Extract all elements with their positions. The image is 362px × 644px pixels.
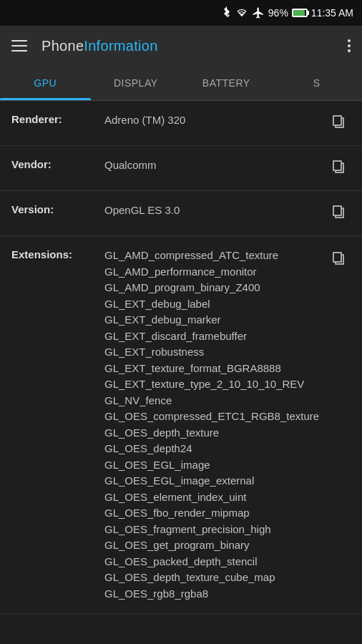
vendor-label: Vendor: xyxy=(11,157,104,170)
renderer-row: Renderer: Adreno (TM) 320 xyxy=(0,101,362,146)
renderer-value: Adreno (TM) 320 xyxy=(104,112,328,129)
version-copy-button[interactable] xyxy=(328,201,351,224)
extensions-row: Extensions: GL_AMD_compressed_ATC_textur… xyxy=(0,236,362,614)
version-label: Version: xyxy=(11,203,104,215)
hamburger-menu-icon[interactable] xyxy=(9,37,30,54)
tab-gpu[interactable]: Gpu xyxy=(0,66,91,100)
app-title-info: Information xyxy=(84,38,157,54)
version-row: Version: OpenGL ES 3.0 xyxy=(0,191,362,236)
renderer-copy-button[interactable] xyxy=(328,111,351,134)
tab-display[interactable]: Display xyxy=(91,66,182,100)
extensions-label: Extensions: xyxy=(11,248,104,260)
vendor-row: Vendor: Qualcomm xyxy=(0,146,362,191)
app-bar: PhoneInformation xyxy=(0,26,362,66)
tab-extra[interactable]: S xyxy=(272,66,363,100)
battery-icon xyxy=(292,9,308,17)
battery-percent: 96% xyxy=(268,7,288,19)
gpu-content: Renderer: Adreno (TM) 320 Vendor: Qualco… xyxy=(0,101,362,644)
app-title: PhoneInformation xyxy=(41,38,333,54)
time-display: 11:35 AM xyxy=(311,7,353,19)
status-bar: 96% 11:35 AM xyxy=(0,0,362,26)
vendor-value: Qualcomm xyxy=(104,157,328,174)
extensions-value: GL_AMD_compressed_ATC_textureGL_AMD_perf… xyxy=(104,248,328,602)
vendor-copy-button[interactable] xyxy=(328,156,351,179)
bluetooth-icon xyxy=(222,6,232,19)
extensions-copy-button[interactable] xyxy=(328,248,351,270)
tabs-bar: Gpu Display Battery S xyxy=(0,66,362,101)
tab-battery[interactable]: Battery xyxy=(181,66,272,100)
more-options-icon[interactable] xyxy=(345,36,353,55)
version-value: OpenGL ES 3.0 xyxy=(104,203,328,219)
status-icons: 96% 11:35 AM xyxy=(222,6,353,19)
app-title-phone: Phone xyxy=(41,38,84,54)
airplane-icon xyxy=(252,6,265,19)
renderer-label: Renderer: xyxy=(11,112,104,125)
wifi-icon xyxy=(235,8,248,18)
